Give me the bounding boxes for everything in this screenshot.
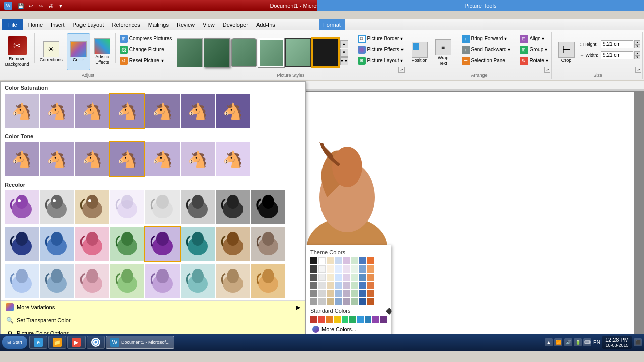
menu-view[interactable]: View	[199, 19, 219, 30]
tray-battery[interactable]: 🔋	[574, 338, 582, 346]
theme-color-tan[interactable]	[327, 257, 334, 264]
recolor-light-brown[interactable]	[216, 264, 250, 298]
change-picture-btn[interactable]: 🖼 Change Picture	[118, 45, 174, 55]
style-scroll-more[interactable]: ▼▼	[340, 57, 348, 65]
recolor-pink[interactable]	[75, 227, 109, 261]
size-dialog-launcher[interactable]: ↗	[635, 67, 641, 73]
height-down[interactable]: ▼	[634, 44, 640, 48]
pic-style-4[interactable]	[258, 38, 284, 67]
recolor-light-green[interactable]	[110, 264, 144, 298]
theme-color-black[interactable]	[310, 257, 317, 264]
theme-color-orange[interactable]	[367, 257, 374, 264]
shade-5-5[interactable]	[343, 298, 350, 305]
recolor-light-blue2[interactable]	[40, 264, 74, 298]
shade-3-7[interactable]	[359, 282, 366, 289]
shade-1-3[interactable]	[327, 265, 334, 273]
recolor-light-purple[interactable]	[145, 264, 180, 298]
shade-1-5[interactable]	[343, 265, 350, 273]
rotate-btn[interactable]: ↻ Rotate ▾	[518, 56, 550, 66]
shade-2-4[interactable]	[335, 274, 342, 281]
qat-save[interactable]: 💾	[16, 1, 25, 10]
menu-pagelayout[interactable]: Page Layout	[69, 19, 108, 30]
menu-mailings[interactable]: Mailings	[144, 19, 173, 30]
shade-2-2[interactable]	[318, 274, 326, 281]
more-variations-row[interactable]: More Variations ▶	[1, 301, 305, 314]
shade-3-4[interactable]	[335, 282, 342, 289]
tone-7700[interactable]: 🐴	[181, 142, 215, 176]
theme-color-white[interactable]	[318, 257, 326, 264]
recolor-bw100[interactable]	[251, 190, 285, 224]
pic-style-3[interactable]	[231, 38, 257, 67]
shade-1-6[interactable]	[351, 265, 358, 273]
shade-2-3[interactable]	[327, 274, 334, 281]
width-up[interactable]: ▲	[634, 51, 640, 55]
menu-references[interactable]: References	[108, 19, 144, 30]
shade-4-4[interactable]	[335, 290, 342, 297]
shade-5-7[interactable]	[359, 298, 366, 305]
menu-review[interactable]: Review	[173, 19, 199, 30]
recolor-dark-blue[interactable]	[5, 227, 39, 261]
tone-8300[interactable]: 🐴	[216, 142, 250, 176]
shade-3-3[interactable]	[327, 282, 334, 289]
arrange-dialog-launcher[interactable]: ↗	[544, 67, 550, 73]
std-color-green-light[interactable]	[342, 316, 348, 323]
remove-background-btn[interactable]: ✂ RemoveBackground	[2, 33, 32, 70]
corrections-btn[interactable]: ☀ Corrections	[37, 33, 66, 70]
sat-33[interactable]: 🐴	[40, 94, 74, 128]
width-input[interactable]	[601, 51, 633, 59]
pic-styles-dialog-launcher[interactable]: ↗	[398, 67, 405, 73]
pic-style-1[interactable]	[177, 38, 203, 67]
std-color-blue-light[interactable]	[357, 316, 363, 323]
shade-1-4[interactable]	[335, 265, 342, 273]
recolor-light-blue[interactable]	[5, 264, 39, 298]
qat-dropdown[interactable]: ▼	[56, 1, 65, 10]
shade-3-8[interactable]	[367, 282, 374, 289]
picture-effects-btn[interactable]: Picture Effects ▾	[356, 45, 406, 55]
shade-1-1[interactable]	[310, 265, 317, 273]
shade-1-8[interactable]	[367, 265, 374, 273]
shade-5-6[interactable]	[351, 298, 358, 305]
menu-file[interactable]: File	[2, 19, 23, 30]
recolor-green[interactable]	[110, 227, 144, 261]
height-input[interactable]	[601, 40, 633, 48]
std-color-red-dark[interactable]	[310, 316, 317, 323]
tone-7100[interactable]: 🐴	[145, 142, 180, 176]
style-scroll-down[interactable]: ▼	[340, 49, 348, 57]
height-up[interactable]: ▲	[634, 40, 640, 44]
picture-layout-btn[interactable]: ⊞ Picture Layout ▾	[356, 56, 406, 66]
qat-undo[interactable]: ↩	[26, 1, 35, 10]
reset-picture-btn[interactable]: ↺ Reset Picture ▾	[118, 56, 174, 66]
tone-5900[interactable]: 🐴	[75, 142, 109, 176]
std-color-orange[interactable]	[326, 316, 333, 323]
shade-3-5[interactable]	[343, 282, 350, 289]
color-btn[interactable]: Color	[67, 33, 90, 70]
shade-1-7[interactable]	[359, 265, 366, 273]
taskbar-word[interactable]: W Document1 - Microsof...	[106, 336, 174, 349]
shade-1-2[interactable]	[318, 265, 326, 273]
picture-border-btn[interactable]: □ Picture Border ▾	[356, 34, 406, 44]
std-color-blue[interactable]	[365, 316, 371, 323]
theme-color-lavender[interactable]	[343, 257, 350, 264]
bring-forward-btn[interactable]: ↑ Bring Forward ▾	[460, 34, 513, 44]
position-btn[interactable]: Position	[409, 34, 431, 71]
pic-style-2[interactable]	[204, 38, 230, 67]
theme-color-lightblue[interactable]	[335, 257, 342, 264]
recolor-purple[interactable]	[145, 227, 180, 261]
sat-100[interactable]: 🐴	[110, 94, 144, 128]
recolor-bw75[interactable]	[216, 190, 250, 224]
shade-2-7[interactable]	[359, 274, 366, 281]
tray-up-arrow[interactable]: ▲	[545, 338, 553, 346]
shade-2-6[interactable]	[351, 274, 358, 281]
selection-pane-btn[interactable]: ☰ Selection Pane	[460, 56, 513, 66]
shade-5-1[interactable]	[310, 298, 317, 305]
recolor-washout[interactable]	[110, 190, 144, 224]
shade-4-7[interactable]	[359, 290, 366, 297]
menu-home[interactable]: Home	[24, 19, 47, 30]
width-down[interactable]: ▼	[634, 55, 640, 59]
shade-3-6[interactable]	[351, 282, 358, 289]
shade-4-8[interactable]	[367, 290, 374, 297]
wrap-text-btn[interactable]: ≡ WrapText	[432, 34, 454, 71]
shade-5-2[interactable]	[318, 298, 326, 305]
recolor-brown[interactable]	[216, 227, 250, 261]
tray-volume[interactable]: 🔊	[564, 338, 572, 346]
